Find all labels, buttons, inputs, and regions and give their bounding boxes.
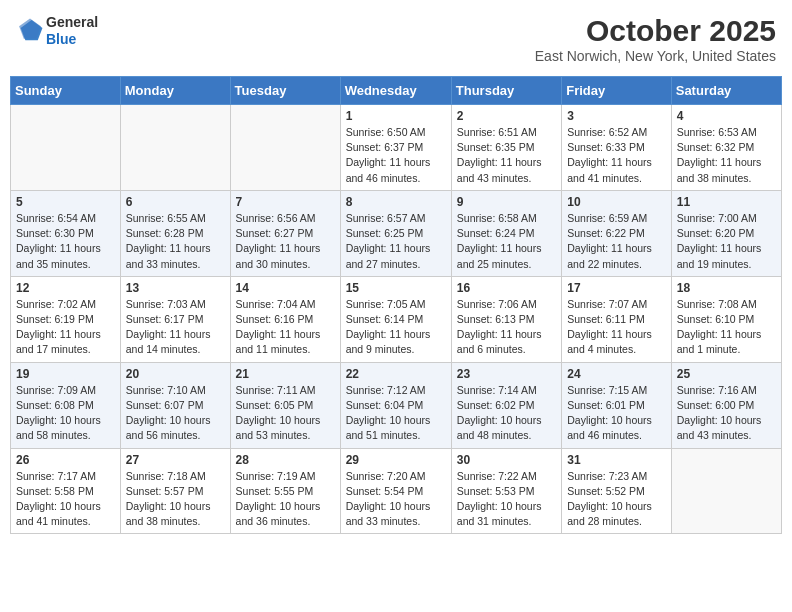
weekday-header-sunday: Sunday (11, 77, 121, 105)
day-number: 1 (346, 109, 446, 123)
calendar-cell: 2Sunrise: 6:51 AM Sunset: 6:35 PM Daylig… (451, 105, 561, 191)
calendar-cell: 13Sunrise: 7:03 AM Sunset: 6:17 PM Dayli… (120, 276, 230, 362)
calendar-cell: 27Sunrise: 7:18 AM Sunset: 5:57 PM Dayli… (120, 448, 230, 534)
weekday-header-saturday: Saturday (671, 77, 781, 105)
day-info: Sunrise: 7:09 AM Sunset: 6:08 PM Dayligh… (16, 383, 115, 444)
day-number: 22 (346, 367, 446, 381)
calendar-week-5: 26Sunrise: 7:17 AM Sunset: 5:58 PM Dayli… (11, 448, 782, 534)
weekday-header-wednesday: Wednesday (340, 77, 451, 105)
day-info: Sunrise: 7:10 AM Sunset: 6:07 PM Dayligh… (126, 383, 225, 444)
day-number: 17 (567, 281, 666, 295)
day-info: Sunrise: 7:17 AM Sunset: 5:58 PM Dayligh… (16, 469, 115, 530)
day-info: Sunrise: 7:16 AM Sunset: 6:00 PM Dayligh… (677, 383, 776, 444)
calendar-cell: 6Sunrise: 6:55 AM Sunset: 6:28 PM Daylig… (120, 190, 230, 276)
day-info: Sunrise: 7:20 AM Sunset: 5:54 PM Dayligh… (346, 469, 446, 530)
day-number: 3 (567, 109, 666, 123)
calendar-cell: 11Sunrise: 7:00 AM Sunset: 6:20 PM Dayli… (671, 190, 781, 276)
calendar-cell: 5Sunrise: 6:54 AM Sunset: 6:30 PM Daylig… (11, 190, 121, 276)
title-block: October 2025 East Norwich, New York, Uni… (535, 14, 776, 64)
day-info: Sunrise: 7:02 AM Sunset: 6:19 PM Dayligh… (16, 297, 115, 358)
calendar-cell: 7Sunrise: 6:56 AM Sunset: 6:27 PM Daylig… (230, 190, 340, 276)
day-info: Sunrise: 7:11 AM Sunset: 6:05 PM Dayligh… (236, 383, 335, 444)
logo-blue: Blue (46, 31, 98, 48)
day-number: 11 (677, 195, 776, 209)
day-number: 24 (567, 367, 666, 381)
calendar-cell (230, 105, 340, 191)
day-number: 30 (457, 453, 556, 467)
logo: General Blue (16, 14, 98, 48)
day-info: Sunrise: 7:15 AM Sunset: 6:01 PM Dayligh… (567, 383, 666, 444)
day-info: Sunrise: 6:57 AM Sunset: 6:25 PM Dayligh… (346, 211, 446, 272)
weekday-header-monday: Monday (120, 77, 230, 105)
day-info: Sunrise: 7:04 AM Sunset: 6:16 PM Dayligh… (236, 297, 335, 358)
calendar-cell: 14Sunrise: 7:04 AM Sunset: 6:16 PM Dayli… (230, 276, 340, 362)
day-number: 7 (236, 195, 335, 209)
calendar-cell: 1Sunrise: 6:50 AM Sunset: 6:37 PM Daylig… (340, 105, 451, 191)
day-number: 2 (457, 109, 556, 123)
day-info: Sunrise: 7:14 AM Sunset: 6:02 PM Dayligh… (457, 383, 556, 444)
calendar-cell (671, 448, 781, 534)
weekday-header-thursday: Thursday (451, 77, 561, 105)
calendar-cell: 29Sunrise: 7:20 AM Sunset: 5:54 PM Dayli… (340, 448, 451, 534)
day-number: 20 (126, 367, 225, 381)
day-number: 16 (457, 281, 556, 295)
calendar-week-1: 1Sunrise: 6:50 AM Sunset: 6:37 PM Daylig… (11, 105, 782, 191)
calendar-cell: 16Sunrise: 7:06 AM Sunset: 6:13 PM Dayli… (451, 276, 561, 362)
calendar-week-4: 19Sunrise: 7:09 AM Sunset: 6:08 PM Dayli… (11, 362, 782, 448)
calendar-week-2: 5Sunrise: 6:54 AM Sunset: 6:30 PM Daylig… (11, 190, 782, 276)
calendar-cell: 8Sunrise: 6:57 AM Sunset: 6:25 PM Daylig… (340, 190, 451, 276)
month-title: October 2025 (535, 14, 776, 48)
day-info: Sunrise: 6:50 AM Sunset: 6:37 PM Dayligh… (346, 125, 446, 186)
day-info: Sunrise: 6:53 AM Sunset: 6:32 PM Dayligh… (677, 125, 776, 186)
day-info: Sunrise: 7:08 AM Sunset: 6:10 PM Dayligh… (677, 297, 776, 358)
calendar-cell: 9Sunrise: 6:58 AM Sunset: 6:24 PM Daylig… (451, 190, 561, 276)
calendar-cell: 20Sunrise: 7:10 AM Sunset: 6:07 PM Dayli… (120, 362, 230, 448)
day-number: 28 (236, 453, 335, 467)
weekday-header-friday: Friday (562, 77, 672, 105)
day-number: 31 (567, 453, 666, 467)
day-number: 23 (457, 367, 556, 381)
logo-icon (16, 17, 44, 45)
day-info: Sunrise: 7:07 AM Sunset: 6:11 PM Dayligh… (567, 297, 666, 358)
day-number: 5 (16, 195, 115, 209)
day-info: Sunrise: 6:54 AM Sunset: 6:30 PM Dayligh… (16, 211, 115, 272)
location: East Norwich, New York, United States (535, 48, 776, 64)
page-header: General Blue October 2025 East Norwich, … (10, 10, 782, 68)
day-info: Sunrise: 7:06 AM Sunset: 6:13 PM Dayligh… (457, 297, 556, 358)
calendar-cell: 31Sunrise: 7:23 AM Sunset: 5:52 PM Dayli… (562, 448, 672, 534)
day-number: 21 (236, 367, 335, 381)
day-number: 25 (677, 367, 776, 381)
day-number: 15 (346, 281, 446, 295)
day-info: Sunrise: 6:59 AM Sunset: 6:22 PM Dayligh… (567, 211, 666, 272)
day-info: Sunrise: 6:55 AM Sunset: 6:28 PM Dayligh… (126, 211, 225, 272)
calendar-cell (120, 105, 230, 191)
day-info: Sunrise: 7:19 AM Sunset: 5:55 PM Dayligh… (236, 469, 335, 530)
calendar-cell: 30Sunrise: 7:22 AM Sunset: 5:53 PM Dayli… (451, 448, 561, 534)
day-number: 27 (126, 453, 225, 467)
calendar-table: SundayMondayTuesdayWednesdayThursdayFrid… (10, 76, 782, 534)
calendar-cell: 4Sunrise: 6:53 AM Sunset: 6:32 PM Daylig… (671, 105, 781, 191)
logo-text: General Blue (46, 14, 98, 48)
weekday-header-tuesday: Tuesday (230, 77, 340, 105)
logo-general: General (46, 14, 98, 31)
day-info: Sunrise: 7:00 AM Sunset: 6:20 PM Dayligh… (677, 211, 776, 272)
weekday-header-row: SundayMondayTuesdayWednesdayThursdayFrid… (11, 77, 782, 105)
day-number: 18 (677, 281, 776, 295)
calendar-cell: 23Sunrise: 7:14 AM Sunset: 6:02 PM Dayli… (451, 362, 561, 448)
day-info: Sunrise: 7:12 AM Sunset: 6:04 PM Dayligh… (346, 383, 446, 444)
calendar-cell: 17Sunrise: 7:07 AM Sunset: 6:11 PM Dayli… (562, 276, 672, 362)
day-info: Sunrise: 7:05 AM Sunset: 6:14 PM Dayligh… (346, 297, 446, 358)
day-number: 29 (346, 453, 446, 467)
calendar-cell: 26Sunrise: 7:17 AM Sunset: 5:58 PM Dayli… (11, 448, 121, 534)
day-number: 26 (16, 453, 115, 467)
calendar-cell: 3Sunrise: 6:52 AM Sunset: 6:33 PM Daylig… (562, 105, 672, 191)
day-info: Sunrise: 6:52 AM Sunset: 6:33 PM Dayligh… (567, 125, 666, 186)
calendar-cell: 10Sunrise: 6:59 AM Sunset: 6:22 PM Dayli… (562, 190, 672, 276)
day-info: Sunrise: 7:18 AM Sunset: 5:57 PM Dayligh… (126, 469, 225, 530)
day-info: Sunrise: 7:03 AM Sunset: 6:17 PM Dayligh… (126, 297, 225, 358)
calendar-cell: 28Sunrise: 7:19 AM Sunset: 5:55 PM Dayli… (230, 448, 340, 534)
calendar-cell: 22Sunrise: 7:12 AM Sunset: 6:04 PM Dayli… (340, 362, 451, 448)
day-info: Sunrise: 7:23 AM Sunset: 5:52 PM Dayligh… (567, 469, 666, 530)
day-number: 19 (16, 367, 115, 381)
calendar-cell (11, 105, 121, 191)
